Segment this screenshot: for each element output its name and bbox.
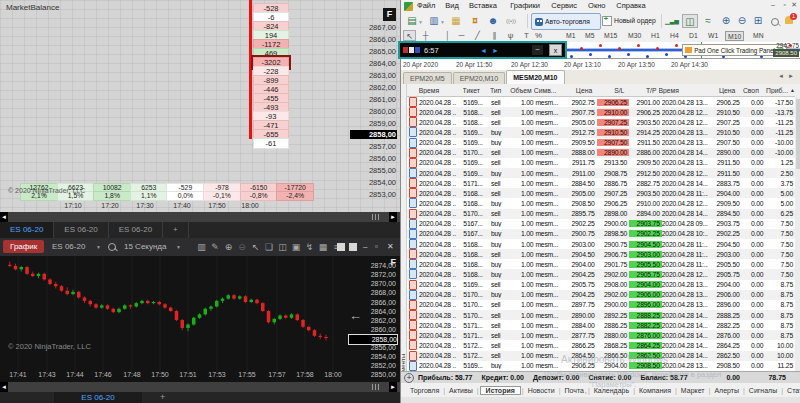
toolbox-tab-сигналы[interactable]: Сигналы: [746, 387, 780, 394]
timeframe-m5[interactable]: M5: [583, 31, 596, 41]
sort-ascending-icon[interactable]: ▲: [790, 87, 795, 93]
zoom-in-icon[interactable]: ⊕: [222, 240, 235, 254]
toolbox-tab-почта[interactable]: Почта: [562, 387, 587, 394]
chevron-down-icon[interactable]: ▼: [418, 19, 423, 25]
table-row[interactable]: 2020.04.28 ..5172...sell1.00mesm...2864.…: [407, 351, 795, 361]
column-header[interactable]: T/P: [626, 87, 658, 94]
column-header[interactable]: S/L: [594, 87, 626, 94]
table-row[interactable]: 2020.04.28 ..5170...buy1.00mesm...2904.2…: [407, 290, 795, 300]
market-watch-icon[interactable]: ▦: [448, 14, 464, 28]
timeframe-w1[interactable]: W1: [706, 31, 720, 41]
menu-item-окно[interactable]: Окно: [588, 1, 605, 10]
restore-button[interactable]: ▫: [784, 1, 786, 8]
focus-button[interactable]: F: [383, 8, 396, 21]
column-header[interactable]: Цена: [561, 87, 594, 94]
candlestick-chart[interactable]: 2874,002872,002870,002868,002866,002864,…: [0, 256, 400, 382]
channel-tool-icon[interactable]: ∥: [488, 30, 501, 41]
scrollbar-grip[interactable]: [372, 384, 381, 390]
panels-icon[interactable]: ◫: [276, 240, 289, 254]
add-tab-button[interactable]: +: [160, 392, 165, 403]
table-row[interactable]: 2020.04.28 ..5171...sell1.00mesm...2877.…: [407, 330, 795, 340]
table-row[interactable]: 2020.04.28 ..5171...sell1.00mesm...2884.…: [407, 320, 795, 330]
indicators-icon[interactable]: ↯: [303, 240, 316, 254]
new-order-button[interactable]: Новый ордер: [599, 13, 661, 28]
toolbox-tab-новости[interactable]: Новости: [525, 387, 558, 394]
table-vertical-scrollbar[interactable]: [795, 97, 800, 371]
layout-square-icon[interactable]: [337, 243, 345, 251]
table-row[interactable]: 2020.04.28 ..5170...sell1.00mesm...2888.…: [407, 148, 795, 158]
column-header[interactable]: Симв...: [534, 87, 561, 94]
chart-label-button[interactable]: График: [3, 240, 44, 253]
cursor-icon[interactable]: ↖: [249, 240, 262, 254]
trendline-tool-icon[interactable]: ╱: [471, 30, 484, 41]
toolbox-tab-статьи[interactable]: Статьи: [784, 387, 800, 394]
focus-button[interactable]: F: [391, 257, 397, 267]
timeframe-m10[interactable]: M10: [725, 31, 744, 41]
back-arrow-icon[interactable]: ←: [349, 308, 362, 323]
timeframe-d1[interactable]: D1: [687, 31, 700, 41]
column-header[interactable]: Своп: [737, 87, 760, 94]
timeframe-m1[interactable]: M1: [564, 31, 577, 41]
table-row[interactable]: 2020.04.28 ..5168...sell1.00mesm...2904.…: [407, 249, 795, 259]
column-header[interactable]: Время: [419, 87, 463, 94]
table-row[interactable]: 2020.04.28 ..5168...buy1.00mesm...2904.2…: [407, 269, 795, 279]
chevron-down-icon[interactable]: ▼: [440, 19, 445, 25]
marketbalance-panel[interactable]: MarketBalance F -528-6-824194-1172469-32…: [0, 0, 400, 212]
table-row[interactable]: 2020.04.28 ..5169...buy1.00mesm...2911.0…: [407, 168, 795, 178]
layout-square-icon[interactable]: [349, 243, 357, 251]
toolbox-tab-алерты[interactable]: Алерты: [711, 387, 742, 394]
timeframe-h1[interactable]: H1: [649, 31, 662, 41]
report-icon[interactable]: ❏: [263, 240, 276, 254]
community-icon[interactable]: ☻: [485, 14, 501, 28]
draw-tool-icon[interactable]: ✎: [209, 240, 222, 254]
menu-item-справка[interactable]: Справка: [616, 1, 645, 10]
chevron-down-icon[interactable]: ▼: [535, 33, 540, 39]
chevron-down-icon[interactable]: ▼: [176, 244, 181, 250]
candlestick-chart-icon[interactable]: ◫: [682, 14, 698, 28]
table-row[interactable]: 2020.04.28 ..5168...sell1.00mesm...2905.…: [407, 117, 795, 127]
toolbox-tab-маркет[interactable]: Маркет: [678, 387, 708, 394]
timeframe-mn[interactable]: MN: [751, 31, 766, 41]
trading-panel-label[interactable]: Pad One Click Trading Panel: [682, 44, 787, 56]
menu-item-вставка[interactable]: Вставка: [469, 1, 497, 10]
toolbox-tab-активы[interactable]: Активы: [446, 387, 476, 394]
zoom-out-icon[interactable]: ⊖: [236, 240, 249, 254]
signal-icon[interactable]: ((•)): [501, 14, 521, 28]
column-header[interactable]: Тикет: [463, 87, 490, 94]
maximize-button[interactable]: ▫: [375, 242, 378, 252]
search-icon[interactable]: [771, 18, 779, 26]
table-row[interactable]: 2020.04.28 ..5169...buy1.00mesm...2906.2…: [407, 361, 795, 371]
scrollbar-grip[interactable]: [372, 214, 381, 220]
table-row[interactable]: 2020.04.28 ..5168...buy1.00mesm...2904.0…: [407, 259, 795, 269]
timeframe-m15[interactable]: M15: [602, 31, 619, 41]
zoom-in-icon[interactable]: ⊕: [718, 14, 734, 28]
mini-player-window[interactable]: 6:57 ◄ ► – x: [398, 41, 567, 59]
table-row[interactable]: 2020.04.28 ..5169...sell1.00mesm...2905.…: [407, 280, 795, 290]
menu-item-графики[interactable]: Графики: [510, 1, 540, 10]
vertical-line-tool-icon[interactable]: │: [441, 30, 454, 41]
notification-bell-icon[interactable]: 1: [785, 16, 793, 24]
snapshot-icon[interactable]: ▣: [290, 240, 303, 254]
chart-tab-epm20-m10[interactable]: EPM20,M10: [453, 72, 506, 84]
table-row[interactable]: 2020.04.28 ..5169...sell1.00mesm...2902.…: [407, 97, 795, 107]
chart-style-icon[interactable]: ▥: [195, 240, 208, 254]
chart-tab-epm20-m5[interactable]: EPM20,M5: [403, 72, 452, 84]
table-row[interactable]: 2020.04.28 ..5167...buy1.00mesm...2900.7…: [407, 229, 795, 239]
close-button[interactable]: ✕: [791, 1, 797, 9]
scroll-right-icon[interactable]: ►: [389, 382, 397, 392]
interval-selector[interactable]: 15 Секунда: [124, 242, 166, 251]
table-row[interactable]: 2020.04.28 ..5169...buy1.00mesm...2912.7…: [407, 127, 795, 137]
tabs-scroll-left-icon[interactable]: ◄: [778, 73, 784, 79]
add-tab-button[interactable]: +: [163, 222, 189, 238]
minimize-button[interactable]: –: [532, 45, 543, 55]
tab-es-06-20[interactable]: ES 06-20: [0, 222, 54, 238]
pitchfork-tool-icon[interactable]: ψ: [504, 30, 517, 41]
table-row[interactable]: 2020.04.28 ..5167...buy1.00mesm...2902.2…: [407, 219, 795, 229]
table-row[interactable]: 2020.04.28 ..5168...sell1.00mesm...2905.…: [407, 188, 795, 198]
scroll-left-icon[interactable]: ◄: [0, 382, 8, 392]
toolbox-tab-компания[interactable]: Компания: [636, 387, 674, 394]
table-row[interactable]: 2020.04.28 ..5172...sell1.00mesm...2866.…: [407, 340, 795, 350]
expand-summary-icon[interactable]: +: [404, 373, 414, 383]
table-row[interactable]: 2020.04.28 ..5168...sell1.00mesm...2907.…: [407, 107, 795, 117]
scroll-left-icon[interactable]: ◄: [0, 212, 8, 222]
